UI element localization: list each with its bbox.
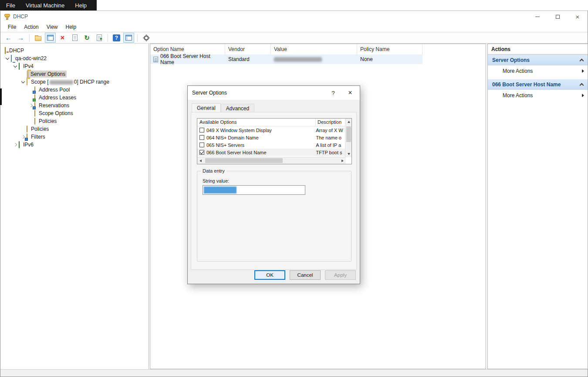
column-header-policy-name[interactable]: Policy Name [357, 44, 422, 54]
tree-item-filters[interactable]: Filters [0, 133, 149, 141]
checkbox-unchecked[interactable] [199, 135, 204, 140]
back-button[interactable]: ← [3, 33, 14, 43]
scroll-up-button[interactable] [345, 119, 352, 125]
vm-menu-file[interactable]: File [6, 2, 15, 9]
help-icon: ? [113, 34, 120, 41]
export-list-icon [97, 34, 102, 41]
ok-button[interactable]: OK [254, 270, 285, 280]
tree-item-ipv4[interactable]: IPv4 [0, 62, 149, 70]
tree-item-scope-policies[interactable]: Policies [0, 117, 149, 125]
tree-item-address-leases[interactable]: Address Leases [0, 94, 149, 102]
column-header-available-options[interactable]: Available Options [197, 119, 316, 126]
tab-general[interactable]: General [192, 103, 221, 112]
scroll-up-icon [348, 121, 350, 123]
table-row[interactable]: 066 Boot Server Host Name Standard None [150, 54, 422, 64]
string-value-input[interactable] [203, 185, 305, 195]
properties-button[interactable] [69, 33, 80, 43]
tree-item-address-pool[interactable]: Address Pool [0, 86, 149, 94]
dialog-buttons: OK Cancel Apply [254, 270, 356, 280]
menu-file[interactable]: File [4, 23, 20, 31]
help-button[interactable]: ? [111, 33, 122, 43]
window-titlebar[interactable]: DHCP × [0, 11, 588, 22]
column-header-value[interactable]: Value [271, 44, 357, 54]
server-icon [11, 55, 12, 62]
option-row-065[interactable]: 065 NIS+ Servers A list of IP a [197, 141, 346, 149]
close-button[interactable]: × [568, 11, 588, 22]
chevron-down-icon[interactable] [4, 58, 11, 59]
chevron-down-icon[interactable] [20, 82, 27, 83]
vm-menu-help[interactable]: Help [75, 2, 87, 9]
vm-menubar: File Virtual Machine Help [0, 0, 97, 10]
tree-item-label: Policies [37, 118, 58, 125]
close-icon: × [348, 89, 352, 97]
policies-icon [27, 126, 27, 132]
menu-view[interactable]: View [43, 23, 62, 31]
tree-item-dhcp-root[interactable]: DHCP [0, 47, 149, 54]
dialog-title: Server Options [192, 90, 227, 96]
tree-item-ipv6[interactable]: IPv6 [0, 141, 149, 149]
action-pane-toggle-button[interactable] [123, 33, 134, 43]
checkbox-checked[interactable] [199, 150, 204, 155]
option-description: TFTP boot s [316, 150, 346, 155]
tree-item-server[interactable]: qa-odc-win22 [0, 54, 149, 62]
up-folder-button[interactable] [33, 33, 44, 43]
option-row-066[interactable]: 066 Boot Server Host Name TFTP boot s [197, 149, 346, 156]
options-button[interactable] [141, 33, 152, 43]
options-list-header: Available Options Description [197, 119, 351, 126]
refresh-icon: ↻ [84, 34, 90, 41]
console-tree-toggle-button[interactable] [45, 33, 56, 43]
dialog-help-button[interactable]: ? [326, 86, 341, 100]
dialog-close-button[interactable]: × [341, 86, 360, 100]
actions-section-server-options[interactable]: Server Options [488, 55, 588, 65]
close-icon: × [576, 14, 580, 20]
collapse-chevron-icon[interactable] [580, 83, 584, 88]
tree-item-reservations[interactable]: Reservations [0, 102, 149, 109]
dialog-titlebar-buttons: ? × [326, 86, 360, 100]
scroll-left-icon [199, 160, 202, 162]
collapse-chevron-icon[interactable] [580, 59, 584, 63]
tree-item-server-options[interactable]: Server Options [0, 70, 149, 78]
scrollbar-thumb[interactable] [205, 158, 283, 163]
more-actions-server-options[interactable]: More Actions [488, 65, 588, 77]
action-pane-icon [125, 35, 132, 41]
apply-button[interactable]: Apply [325, 270, 356, 280]
tree-item-scope[interactable]: Scope [0] DHCP range [0, 78, 149, 86]
window-title: DHCP [13, 14, 28, 20]
export-list-button[interactable] [94, 33, 105, 43]
delete-button[interactable]: × [57, 33, 68, 43]
vertical-scrollbar[interactable] [345, 119, 351, 157]
tree-item-scope-options[interactable]: Scope Options [0, 109, 149, 117]
menu-help[interactable]: Help [62, 23, 81, 31]
more-actions-066-boot-server[interactable]: More Actions [488, 90, 588, 101]
menubar: File Action View Help [0, 22, 588, 32]
option-icon [153, 57, 158, 62]
chevron-down-icon[interactable] [12, 66, 19, 67]
option-name: 049 X Window System Display [206, 128, 316, 133]
more-actions-label: More Actions [503, 68, 533, 74]
menu-action[interactable]: Action [20, 23, 42, 31]
dialog-titlebar[interactable]: Server Options ? × [188, 86, 360, 100]
scroll-left-button[interactable] [197, 157, 204, 164]
vm-menu-virtual-machine[interactable]: Virtual Machine [26, 2, 64, 9]
scroll-down-button[interactable] [345, 151, 352, 157]
tree-item-label: DHCP [8, 47, 25, 54]
checkbox-unchecked[interactable] [199, 143, 204, 147]
tree-item-ipv4-policies[interactable]: Policies [0, 125, 149, 133]
scroll-right-button[interactable] [339, 157, 346, 164]
actions-section-066-boot-server[interactable]: 066 Boot Server Host Name [488, 79, 588, 90]
cell-policy-name: None [357, 56, 422, 62]
column-header-vendor[interactable]: Vendor [225, 44, 271, 54]
horizontal-scrollbar[interactable] [197, 157, 346, 164]
console-tree-icon [47, 35, 54, 41]
option-row-064[interactable]: 064 NIS+ Domain Name The name o [197, 134, 346, 141]
scrollbar-thumb[interactable] [346, 126, 351, 142]
cancel-button[interactable]: Cancel [290, 270, 321, 280]
tab-advanced[interactable]: Advanced [221, 104, 254, 112]
minimize-button[interactable] [527, 11, 547, 22]
refresh-button[interactable]: ↻ [81, 33, 92, 43]
maximize-button[interactable] [547, 11, 568, 22]
chevron-right-icon[interactable] [12, 143, 19, 146]
option-row-049[interactable]: 049 X Window System Display Array of X W [197, 126, 346, 134]
checkbox-unchecked[interactable] [199, 128, 204, 132]
forward-button[interactable]: → [15, 33, 26, 43]
